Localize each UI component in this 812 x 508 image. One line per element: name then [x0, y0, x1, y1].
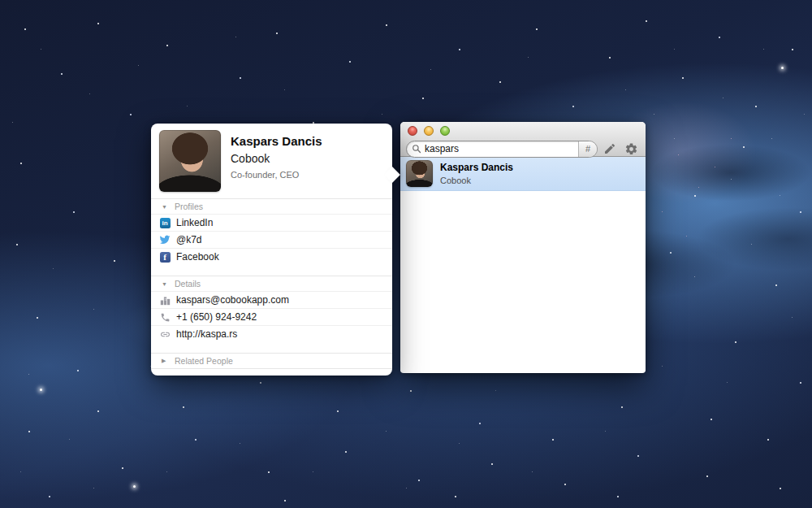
- profile-label: Facebook: [176, 251, 219, 263]
- close-button[interactable]: [408, 126, 417, 136]
- settings-button[interactable]: [622, 140, 640, 158]
- contact-avatar: [406, 160, 433, 187]
- contact-company: Cobook: [231, 152, 322, 165]
- contact-detail-popover: Kaspars Dancis Cobook Co-founder, CEO ▼ …: [151, 124, 392, 376]
- search-input[interactable]: [425, 143, 578, 154]
- profile-label: LinkedIn: [176, 217, 213, 228]
- starfield-dim: [0, 0, 1, 1]
- detail-row-phone[interactable]: +1 (650) 924-9242: [151, 308, 392, 325]
- glow-star: [781, 67, 784, 69]
- contact-list-item-selected[interactable]: Kaspars Dancis Cobook: [400, 157, 646, 191]
- result-contact-company: Cobook: [440, 176, 513, 185]
- detail-value-url: http://kaspa.rs: [176, 328, 237, 340]
- starfield-bright: [0, 0, 2, 2]
- detail-value-phone: +1 (650) 924-9242: [176, 311, 257, 323]
- link-icon: [159, 328, 171, 340]
- profile-row-twitter[interactable]: @k7d: [151, 231, 392, 248]
- contact-name: Kaspars Dancis: [231, 134, 322, 148]
- pencil-icon: [603, 142, 616, 155]
- related-people-label: Related People: [175, 356, 233, 366]
- details-section: ▼ Details kaspars@cobookapp.com +1 (650)…: [151, 276, 392, 342]
- divider: [151, 368, 392, 369]
- detail-value-email: kaspars@cobookapp.com: [176, 294, 289, 306]
- minimize-button[interactable]: [424, 126, 434, 136]
- compose-button[interactable]: [601, 140, 619, 158]
- gear-icon: [624, 142, 638, 156]
- details-section-label: Details: [175, 279, 201, 289]
- contact-results-list: Kaspars Dancis Cobook: [400, 157, 646, 372]
- glow-star: [40, 389, 42, 391]
- profile-row-facebook[interactable]: f Facebook: [151, 248, 392, 265]
- related-people-section: ▶ Related People: [151, 353, 392, 369]
- profile-label: @k7d: [176, 234, 202, 245]
- zoom-button[interactable]: [440, 126, 450, 136]
- profiles-section-label: Profiles: [175, 202, 203, 211]
- contact-header: Kaspars Dancis Cobook Co-founder, CEO: [151, 124, 392, 198]
- window-toolbar: #: [400, 122, 646, 157]
- section-header-details[interactable]: ▼ Details: [151, 276, 392, 291]
- disclosure-triangle-icon: ▼: [162, 204, 168, 210]
- profiles-section: ▼ Profiles in LinkedIn @k7d f Facebook: [151, 198, 392, 265]
- glow-star: [133, 485, 136, 488]
- cobook-main-window: # Kaspars Dancis Cobook: [400, 122, 646, 373]
- linkedin-icon: in: [160, 218, 171, 228]
- disclosure-triangle-icon: ▼: [162, 281, 168, 287]
- traffic-lights: [406, 125, 640, 137]
- contact-photo: [159, 130, 221, 192]
- twitter-icon: [159, 234, 171, 245]
- profile-row-linkedin[interactable]: in LinkedIn: [151, 214, 392, 231]
- search-field[interactable]: #: [406, 141, 598, 158]
- section-header-related-people[interactable]: ▶ Related People: [151, 354, 392, 368]
- phone-icon: [159, 311, 171, 323]
- detail-row-email[interactable]: kaspars@cobookapp.com: [151, 291, 392, 308]
- starfield-pink: [0, 0, 1, 1]
- result-contact-name: Kaspars Dancis: [440, 162, 513, 173]
- tag-filter-button[interactable]: #: [578, 141, 597, 157]
- disclosure-triangle-icon: ▶: [162, 358, 168, 364]
- section-header-profiles[interactable]: ▼ Profiles: [151, 199, 392, 214]
- contact-job-title: Co-founder, CEO: [231, 170, 322, 180]
- search-icon: [412, 144, 421, 154]
- facebook-icon: f: [160, 252, 171, 263]
- detail-row-url[interactable]: http://kaspa.rs: [151, 325, 392, 342]
- company-icon: [159, 294, 171, 306]
